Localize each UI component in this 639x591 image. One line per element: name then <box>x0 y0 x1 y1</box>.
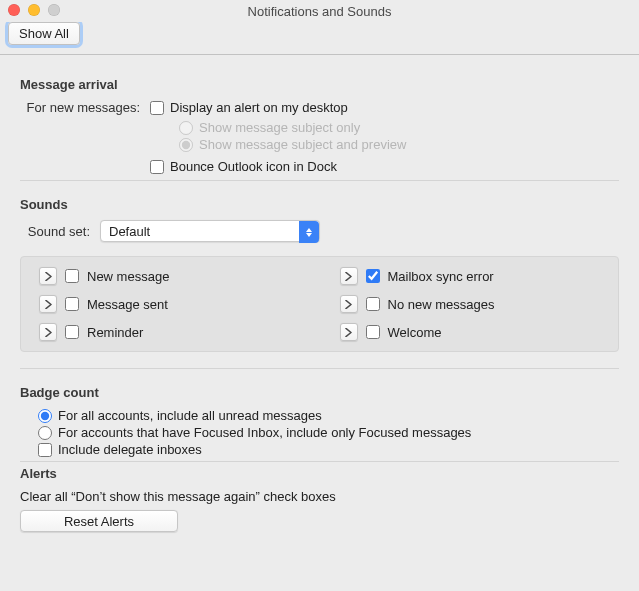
chevron-right-icon <box>345 300 352 309</box>
for-new-messages-label: For new messages: <box>20 100 150 115</box>
chevron-right-icon <box>45 272 52 281</box>
subject-only-label: Show message subject only <box>199 120 360 135</box>
section-heading-alerts: Alerts <box>20 466 619 481</box>
chevron-right-icon <box>345 272 352 281</box>
subject-preview-label: Show message subject and preview <box>199 137 406 152</box>
sound-set-select[interactable]: Default <box>100 220 320 242</box>
bounce-dock-checkbox[interactable] <box>150 160 164 174</box>
row-sound-set: Sound set: Default <box>20 220 619 242</box>
window-title: Notifications and Sounds <box>248 4 392 19</box>
sound-item-mailbox-sync-error: Mailbox sync error <box>340 267 601 285</box>
display-alert-label: Display an alert on my desktop <box>170 100 348 115</box>
sound-item-welcome: Welcome <box>340 323 601 341</box>
sound-item-no-new-messages: No new messages <box>340 295 601 313</box>
row-subject-preview: Show message subject and preview <box>179 136 619 153</box>
sound-checkbox-mailbox-sync-error[interactable] <box>366 269 380 283</box>
sound-item-message-sent: Message sent <box>39 295 300 313</box>
select-arrows-icon <box>299 221 319 243</box>
badge-all-radio[interactable] <box>38 409 52 423</box>
chevron-right-icon <box>45 328 52 337</box>
sound-label: Reminder <box>87 325 143 340</box>
include-delegate-checkbox[interactable] <box>38 443 52 457</box>
preferences-content: Message arrival For new messages: Displa… <box>0 55 639 550</box>
section-heading-message-arrival: Message arrival <box>20 77 619 92</box>
badge-all-label: For all accounts, include all unread mes… <box>58 408 322 423</box>
sound-set-label: Sound set: <box>20 224 100 239</box>
sound-checkbox-welcome[interactable] <box>366 325 380 339</box>
zoom-window-button[interactable] <box>48 4 60 16</box>
reset-alerts-button[interactable]: Reset Alerts <box>20 510 178 532</box>
sound-label: New message <box>87 269 169 284</box>
toolbar: Show All <box>0 22 639 55</box>
disclosure-button[interactable] <box>39 323 57 341</box>
sound-item-reminder: Reminder <box>39 323 300 341</box>
sound-checkbox-no-new-messages[interactable] <box>366 297 380 311</box>
divider <box>20 461 619 462</box>
sound-checkbox-message-sent[interactable] <box>65 297 79 311</box>
subject-preview-radio <box>179 138 193 152</box>
sound-checkbox-new-message[interactable] <box>65 269 79 283</box>
sound-item-new-message: New message <box>39 267 300 285</box>
badge-count-options: For all accounts, include all unread mes… <box>38 408 619 457</box>
row-subject-only: Show message subject only <box>179 119 619 136</box>
bounce-dock-label: Bounce Outlook icon in Dock <box>170 159 337 174</box>
sound-label: Message sent <box>87 297 168 312</box>
disclosure-button[interactable] <box>340 323 358 341</box>
alerts-clear-text: Clear all “Don’t show this message again… <box>20 489 619 504</box>
sound-checkbox-reminder[interactable] <box>65 325 79 339</box>
badge-focused-radio[interactable] <box>38 426 52 440</box>
window-controls <box>8 4 60 16</box>
disclosure-button[interactable] <box>340 295 358 313</box>
display-alert-checkbox[interactable] <box>150 101 164 115</box>
close-window-button[interactable] <box>8 4 20 16</box>
sound-set-value: Default <box>109 224 150 239</box>
sound-label: Mailbox sync error <box>388 269 494 284</box>
sound-label: No new messages <box>388 297 495 312</box>
row-bounce-dock: Bounce Outlook icon in Dock <box>20 159 619 174</box>
subject-only-radio <box>179 121 193 135</box>
row-display-alert: For new messages: Display an alert on my… <box>20 100 619 115</box>
badge-focused-label: For accounts that have Focused Inbox, in… <box>58 425 471 440</box>
minimize-window-button[interactable] <box>28 4 40 16</box>
section-heading-sounds: Sounds <box>20 197 619 212</box>
chevron-right-icon <box>45 300 52 309</box>
chevron-right-icon <box>345 328 352 337</box>
disclosure-button[interactable] <box>340 267 358 285</box>
sounds-panel: New message Mailbox sync error Message s… <box>20 256 619 352</box>
disclosure-button[interactable] <box>39 295 57 313</box>
section-heading-badge-count: Badge count <box>20 385 619 400</box>
divider <box>20 180 619 181</box>
disclosure-button[interactable] <box>39 267 57 285</box>
sound-label: Welcome <box>388 325 442 340</box>
include-delegate-label: Include delegate inboxes <box>58 442 202 457</box>
divider <box>20 368 619 369</box>
titlebar: Notifications and Sounds <box>0 0 639 22</box>
show-all-button[interactable]: Show All <box>8 22 80 45</box>
